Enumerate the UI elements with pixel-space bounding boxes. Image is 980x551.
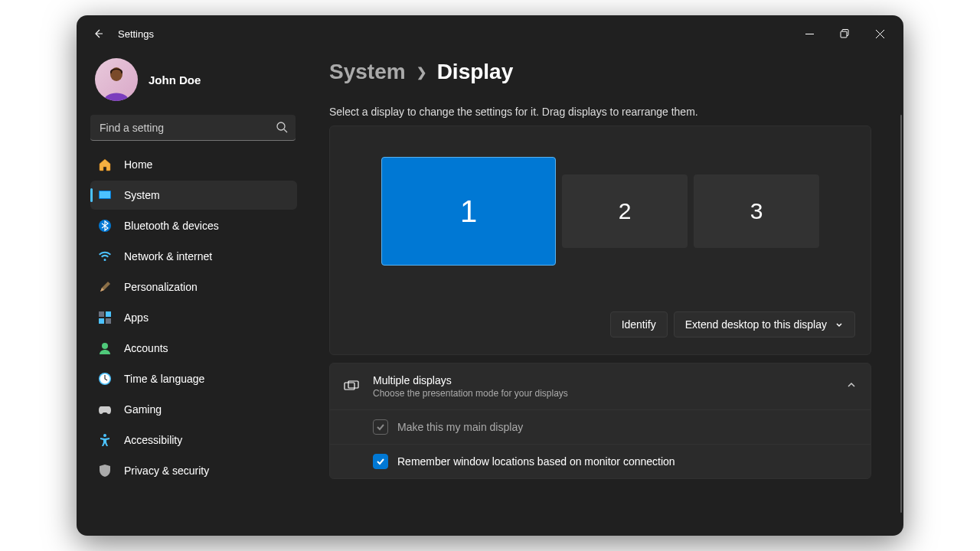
person-icon: [98, 341, 112, 355]
nav[interactable]: Home System Bluetooth & devices Network …: [90, 148, 300, 530]
monitor-2[interactable]: 2: [562, 174, 688, 248]
minimize-icon: [805, 30, 814, 38]
bluetooth-icon: [98, 219, 112, 233]
gamepad-icon: [98, 403, 112, 416]
nav-item-system[interactable]: System: [90, 181, 297, 210]
svg-point-10: [102, 343, 108, 349]
check-icon: [376, 457, 385, 466]
maximize-button[interactable]: [827, 18, 862, 49]
monitor-1[interactable]: 1: [381, 157, 556, 266]
search-icon: [276, 121, 288, 136]
nav-item-accessibility[interactable]: Accessibility: [90, 425, 297, 455]
sidebar: John Doe Home System Blu: [77, 52, 306, 536]
chevron-right-icon: ❯: [416, 65, 426, 80]
nav-label: Network & internet: [124, 250, 212, 262]
identify-label: Identify: [622, 318, 656, 331]
scrollbar[interactable]: [900, 115, 902, 513]
svg-point-13: [103, 434, 106, 437]
chevron-down-icon: [835, 320, 844, 329]
window-title: Settings: [118, 28, 154, 40]
nav-label: Personalization: [124, 281, 198, 293]
clock-icon: [98, 372, 112, 386]
back-button[interactable]: [83, 18, 113, 49]
svg-rect-7: [106, 311, 111, 317]
section-title: Multiple displays: [373, 374, 568, 386]
nav-label: Accessibility: [124, 434, 182, 446]
nav-item-privacy[interactable]: Privacy & security: [90, 456, 297, 485]
shield-icon: [98, 464, 112, 478]
multiple-displays-header[interactable]: Multiple displays Choose the presentatio…: [330, 364, 871, 409]
monitor-3[interactable]: 3: [694, 174, 819, 248]
main-display-row[interactable]: Make this my main display: [330, 409, 871, 444]
displays-icon: [344, 380, 359, 393]
nav-item-accounts[interactable]: Accounts: [90, 334, 297, 363]
close-icon: [876, 30, 884, 38]
apps-icon: [98, 311, 112, 324]
remember-locations-row[interactable]: Remember window locations based on monit…: [330, 444, 871, 478]
nav-item-apps[interactable]: Apps: [90, 303, 297, 332]
nav-item-time[interactable]: Time & language: [90, 364, 297, 393]
remember-locations-checkbox[interactable]: [373, 454, 388, 469]
wifi-icon: [98, 249, 112, 263]
nav-label: Apps: [124, 311, 149, 324]
identify-button[interactable]: Identify: [610, 311, 668, 337]
nav-label: Gaming: [124, 403, 162, 416]
search-wrap: [90, 115, 296, 141]
multiple-displays-card: Multiple displays Choose the presentatio…: [329, 363, 871, 479]
display-hint: Select a display to change the settings …: [329, 106, 871, 118]
nav-item-personalization[interactable]: Personalization: [90, 272, 297, 302]
display-mode-label: Extend desktop to this display: [685, 318, 827, 331]
main-content[interactable]: System ❯ Display Select a display to cha…: [306, 52, 903, 536]
main-display-checkbox[interactable]: [373, 419, 388, 435]
svg-rect-6: [99, 311, 104, 317]
display-arrangement-box: 1 2 3 Identify Extend desktop to this di…: [329, 126, 871, 355]
arrow-left-icon: [92, 28, 104, 40]
svg-rect-15: [348, 381, 358, 388]
chevron-up-icon: [846, 380, 857, 393]
display-actions: Identify Extend desktop to this display: [345, 311, 855, 337]
user-name: John Doe: [149, 73, 201, 86]
nav-item-network[interactable]: Network & internet: [90, 242, 297, 271]
breadcrumb-current: Display: [437, 60, 514, 84]
accessibility-icon: [98, 433, 112, 447]
home-icon: [98, 158, 112, 171]
paintbrush-icon: [98, 280, 112, 294]
svg-rect-9: [106, 318, 111, 324]
display-mode-dropdown[interactable]: Extend desktop to this display: [674, 311, 855, 337]
breadcrumb-parent[interactable]: System: [329, 60, 406, 84]
minimize-button[interactable]: [792, 18, 827, 49]
window-controls: [792, 18, 897, 49]
main-display-label: Make this my main display: [397, 421, 523, 433]
nav-label: System: [124, 189, 160, 201]
svg-rect-4: [100, 191, 110, 198]
check-icon: [376, 422, 385, 432]
nav-label: Home: [124, 158, 152, 171]
svg-rect-0: [841, 31, 847, 37]
svg-rect-8: [99, 318, 104, 324]
avatar: [95, 58, 138, 101]
settings-window: Settings John Doe: [77, 15, 903, 536]
remember-locations-label: Remember window locations based on monit…: [397, 455, 675, 468]
nav-item-bluetooth[interactable]: Bluetooth & devices: [90, 211, 297, 240]
search-input[interactable]: [90, 115, 296, 141]
nav-label: Privacy & security: [124, 465, 209, 477]
section-subtitle: Choose the presentation mode for your di…: [373, 388, 568, 399]
maximize-icon: [840, 29, 849, 38]
svg-rect-14: [345, 383, 354, 390]
breadcrumb: System ❯ Display: [329, 60, 871, 84]
display-arrangement[interactable]: 1 2 3: [345, 157, 855, 266]
nav-label: Time & language: [124, 373, 204, 385]
nav-label: Bluetooth & devices: [124, 220, 219, 232]
nav-item-gaming[interactable]: Gaming: [90, 395, 297, 424]
titlebar: Settings: [77, 15, 903, 52]
nav-item-home[interactable]: Home: [90, 150, 297, 179]
system-icon: [98, 188, 112, 202]
svg-point-2: [277, 122, 285, 130]
profile[interactable]: John Doe: [90, 52, 300, 115]
nav-label: Accounts: [124, 342, 168, 354]
close-button[interactable]: [862, 18, 897, 49]
